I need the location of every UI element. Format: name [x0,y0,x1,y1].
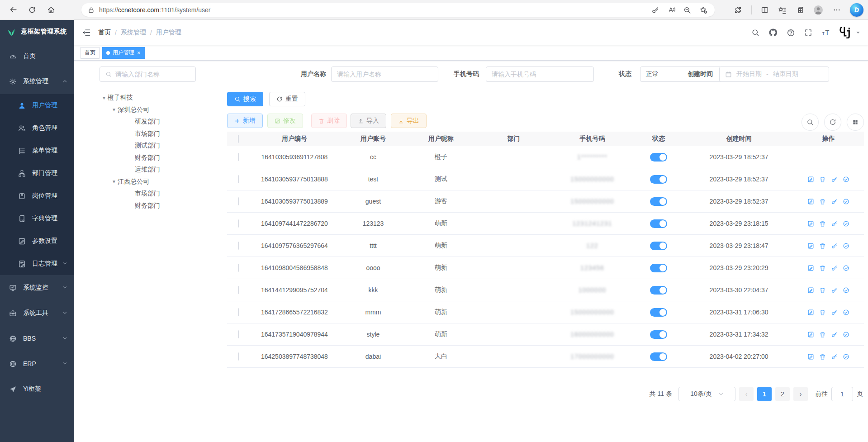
tree-node-江西总公司[interactable]: ▼江西总公司 [100,176,222,188]
delete-row-button[interactable] [819,220,826,227]
prev-page-button[interactable]: ‹ [739,387,754,401]
caret-down-icon[interactable]: ▼ [110,179,118,184]
sidebar-item-系统管理[interactable]: 系统管理 [0,69,74,94]
font-size-icon[interactable]: тT [821,28,830,37]
row-checkbox[interactable] [238,330,239,338]
tag-首页[interactable]: 首页 [81,47,100,59]
reset-password-button[interactable] [831,220,838,227]
assign-role-button[interactable] [843,220,849,227]
reset-password-button[interactable] [831,198,838,205]
status-toggle[interactable] [650,219,667,228]
address-bar[interactable]: https://ccnetcore.com:1101/system/user [81,3,715,17]
delete-row-button[interactable] [819,309,826,316]
delete-row-button[interactable] [819,331,826,338]
edit-row-button[interactable] [807,242,814,249]
phone-input[interactable] [492,71,588,78]
dept-search-field[interactable] [100,67,196,82]
sidebar-item-系统监控[interactable]: 系统监控 [0,275,74,300]
row-checkbox[interactable] [238,153,239,161]
sidebar-item-日志管理[interactable]: 日志管理 [0,252,74,275]
delete-button[interactable]: 删除 [311,114,347,128]
phone-field[interactable] [486,67,594,82]
sidebar-item-参数设置[interactable]: 参数设置 [0,230,74,252]
sidebar-item-岗位管理[interactable]: 岗位管理 [0,185,74,207]
tree-node-财务部门[interactable]: 财务部门 [100,152,222,164]
edit-row-button[interactable] [807,309,814,316]
fullscreen-icon[interactable] [804,29,812,37]
user-avatar-logo[interactable]: Ⴁj [840,27,851,38]
browser-home-button[interactable] [43,2,59,18]
edit-row-button[interactable] [807,331,814,338]
assign-role-button[interactable] [843,353,849,360]
zoom-out-icon[interactable] [683,6,691,14]
assign-role-button[interactable] [843,331,849,338]
sidebar-item-首页[interactable]: 首页 [0,43,74,69]
assign-role-button[interactable] [843,309,849,316]
reset-password-button[interactable] [831,353,838,360]
goto-page-input[interactable] [831,387,853,401]
status-toggle[interactable] [650,308,667,317]
row-checkbox[interactable] [238,352,239,361]
column-settings-button[interactable] [847,114,864,131]
browser-refresh-button[interactable] [24,2,40,18]
status-toggle[interactable] [650,264,667,272]
github-icon[interactable] [768,28,778,37]
page-button-2[interactable]: 2 [775,387,790,401]
sidebar-item-BBS[interactable]: BBS [0,326,74,351]
profile-avatar-icon[interactable] [813,5,824,15]
reset-button[interactable]: 重置 [269,92,305,106]
tag-用户管理[interactable]: 用户管理× [102,47,145,59]
row-checkbox[interactable] [238,264,239,272]
username-field[interactable] [331,67,438,82]
breadcrumb-item-首页[interactable]: 首页 [98,29,111,37]
browser-back-button[interactable] [5,2,21,18]
row-checkbox[interactable] [238,286,239,294]
delete-row-button[interactable] [819,176,826,183]
status-toggle[interactable] [650,286,667,295]
username-input[interactable] [337,71,432,78]
dept-search-input[interactable] [115,71,197,78]
more-options-icon[interactable] [833,6,841,14]
search-icon[interactable] [751,29,759,37]
sidebar-item-菜单管理[interactable]: 菜单管理 [0,139,74,162]
edit-row-button[interactable] [807,176,814,183]
close-icon[interactable]: × [137,50,141,56]
reset-password-button[interactable] [831,242,838,249]
reset-password-button[interactable] [831,287,838,294]
sidebar-item-部门管理[interactable]: 部门管理 [0,162,74,185]
edit-row-button[interactable] [807,265,814,271]
extensions-icon[interactable] [734,6,742,14]
reset-password-button[interactable] [831,176,838,183]
row-checkbox[interactable] [238,242,239,250]
collections-icon[interactable] [796,6,804,14]
sidebar-item-系统工具[interactable]: 系统工具 [0,300,74,326]
edit-row-button[interactable] [807,353,814,360]
caret-down-icon[interactable]: ▼ [100,95,108,100]
tree-node-测试部门[interactable]: 测试部门 [100,140,222,152]
split-screen-icon[interactable] [761,6,769,14]
assign-role-button[interactable] [843,176,849,183]
favorite-add-icon[interactable] [699,6,707,14]
row-checkbox[interactable] [238,175,239,183]
assign-role-button[interactable] [843,287,849,294]
export-button[interactable]: 导出 [391,114,427,128]
next-page-button[interactable]: › [793,387,808,401]
tree-node-橙子科技[interactable]: ▼橙子科技 [100,92,222,104]
assign-role-button[interactable] [843,242,849,249]
tree-node-市场部门[interactable]: 市场部门 [100,188,222,200]
status-toggle[interactable] [650,330,667,339]
status-toggle[interactable] [650,352,667,361]
status-toggle[interactable] [650,175,667,184]
edit-row-button[interactable] [807,198,814,205]
row-checkbox[interactable] [238,219,239,228]
assign-role-button[interactable] [843,265,849,271]
reset-password-button[interactable] [831,265,838,271]
caret-down-icon[interactable]: ▼ [110,107,118,112]
user-dropdown-caret-icon[interactable] [855,30,861,35]
delete-row-button[interactable] [819,198,826,205]
tree-node-市场部门[interactable]: 市场部门 [100,128,222,140]
status-toggle[interactable] [650,242,667,250]
sidebar-item-字典管理[interactable]: 字典管理 [0,207,74,230]
sidebar-item-Yi框架[interactable]: Yi框架 [0,376,74,402]
row-checkbox[interactable] [238,308,239,316]
